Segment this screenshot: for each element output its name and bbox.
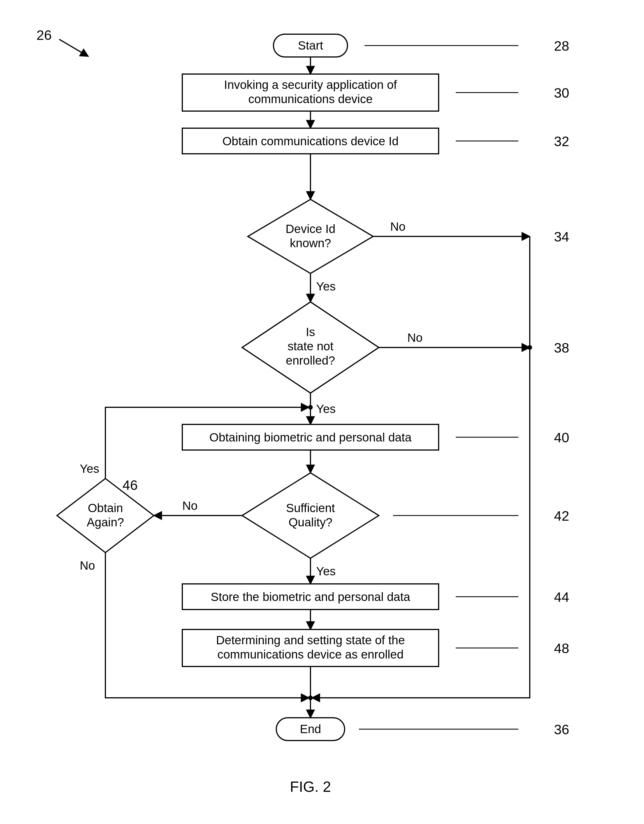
- invoke-line1: Invoking a security application of: [224, 78, 397, 91]
- determine-l1: Determining and setting state of the: [216, 633, 405, 647]
- ref-34: 34: [554, 229, 569, 244]
- state-no-label: No: [407, 331, 423, 344]
- state-l1: Is: [306, 325, 315, 339]
- ref-44: 44: [554, 590, 569, 605]
- end-label: End: [300, 722, 321, 736]
- store-label: Store the biometric and personal data: [211, 590, 410, 604]
- arrow-again-no: [105, 553, 309, 698]
- again-l1: Obtain: [88, 501, 123, 515]
- figure-caption: FIG. 2: [290, 778, 331, 795]
- ref-32: 32: [554, 134, 569, 149]
- again-yes-label: Yes: [80, 462, 99, 475]
- state-yes-label: Yes: [316, 402, 336, 415]
- deviceid-no-label: No: [390, 220, 406, 233]
- right-bus-line: [312, 237, 530, 698]
- obtain-bio-label: Obtaining biometric and personal data: [209, 430, 412, 444]
- device-id-l2: known?: [290, 237, 331, 250]
- ref-46: 46: [123, 478, 138, 493]
- again-no-label: No: [80, 559, 95, 572]
- ref-48: 48: [554, 641, 569, 656]
- ref-30: 30: [554, 85, 569, 100]
- deviceid-yes-label: Yes: [316, 280, 336, 293]
- figure-number-top-left: 26: [37, 28, 52, 43]
- quality-l1: Sufficient: [286, 501, 335, 515]
- ref-36: 36: [554, 722, 569, 737]
- state-l2: state not: [287, 340, 333, 353]
- device-id-l1: Device Id: [285, 222, 335, 235]
- ref-40: 40: [554, 430, 569, 445]
- quality-no-label: No: [182, 499, 198, 512]
- quality-l2: Quality?: [289, 515, 332, 529]
- figure-number-arrow-icon: [59, 39, 88, 56]
- loop-junction-dot: [308, 405, 313, 410]
- ref-28: 28: [554, 38, 569, 54]
- ref-42: 42: [554, 509, 569, 524]
- quality-yes-label: Yes: [316, 564, 336, 578]
- start-label: Start: [298, 39, 323, 52]
- obtain-id-label: Obtain communications device Id: [223, 134, 399, 148]
- invoke-line2: communications device: [248, 92, 373, 106]
- again-l2: Again?: [87, 515, 124, 529]
- ref-38: 38: [554, 340, 569, 355]
- state-l3: enrolled?: [286, 354, 335, 367]
- determine-l2: communications device as enrolled: [217, 648, 404, 661]
